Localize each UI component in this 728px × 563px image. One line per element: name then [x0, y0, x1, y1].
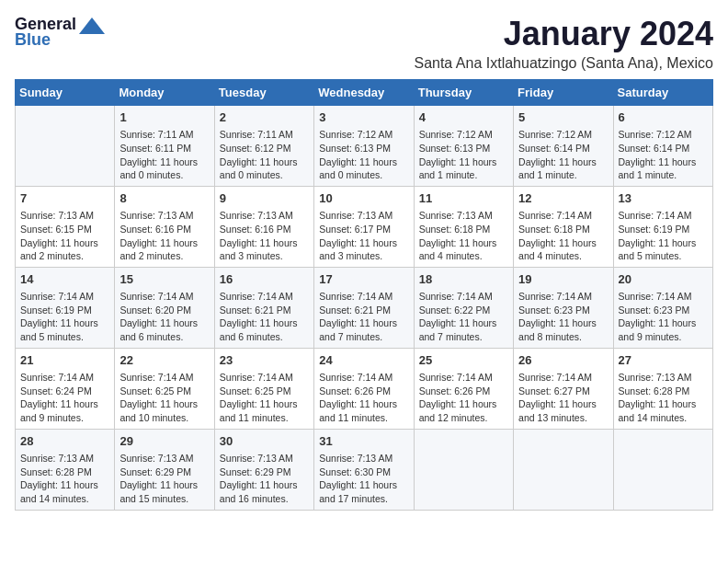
day-number: 29	[119, 433, 209, 450]
day-number: 14	[20, 271, 109, 288]
day-number: 4	[419, 109, 508, 126]
calendar-cell: 23Sunrise: 7:14 AM Sunset: 6:25 PM Dayli…	[214, 348, 313, 429]
day-info: Sunrise: 7:11 AM Sunset: 6:12 PM Dayligh…	[220, 128, 309, 182]
col-header-sunday: Sunday	[16, 80, 115, 106]
calendar-cell: 4Sunrise: 7:12 AM Sunset: 6:13 PM Daylig…	[414, 106, 513, 187]
day-number: 5	[518, 109, 608, 126]
calendar-cell: 28Sunrise: 7:13 AM Sunset: 6:28 PM Dayli…	[16, 429, 115, 510]
day-info: Sunrise: 7:12 AM Sunset: 6:13 PM Dayligh…	[419, 128, 508, 182]
day-info: Sunrise: 7:13 AM Sunset: 6:28 PM Dayligh…	[619, 371, 708, 425]
calendar-cell: 15Sunrise: 7:14 AM Sunset: 6:20 PM Dayli…	[115, 267, 214, 348]
day-info: Sunrise: 7:14 AM Sunset: 6:21 PM Dayligh…	[319, 290, 408, 344]
day-number: 2	[220, 109, 309, 126]
day-info: Sunrise: 7:14 AM Sunset: 6:19 PM Dayligh…	[20, 290, 109, 344]
calendar-cell: 2Sunrise: 7:11 AM Sunset: 6:12 PM Daylig…	[214, 106, 313, 187]
day-info: Sunrise: 7:14 AM Sunset: 6:25 PM Dayligh…	[119, 371, 209, 425]
day-info: Sunrise: 7:14 AM Sunset: 6:26 PM Dayligh…	[319, 371, 408, 425]
calendar-cell: 22Sunrise: 7:14 AM Sunset: 6:25 PM Dayli…	[115, 348, 214, 429]
day-number: 19	[518, 271, 608, 288]
subtitle: Santa Ana Ixtlahuatzingo (Santa Ana), Me…	[414, 55, 713, 72]
day-number: 11	[419, 190, 508, 207]
calendar-cell: 13Sunrise: 7:14 AM Sunset: 6:19 PM Dayli…	[613, 186, 712, 267]
day-number: 25	[419, 352, 508, 369]
calendar-cell: 1Sunrise: 7:11 AM Sunset: 6:11 PM Daylig…	[115, 106, 214, 187]
calendar-cell: 5Sunrise: 7:12 AM Sunset: 6:14 PM Daylig…	[514, 106, 613, 187]
calendar-table: SundayMondayTuesdayWednesdayThursdayFrid…	[15, 79, 713, 511]
calendar-week-row: 14Sunrise: 7:14 AM Sunset: 6:19 PM Dayli…	[16, 267, 713, 348]
day-info: Sunrise: 7:12 AM Sunset: 6:14 PM Dayligh…	[518, 128, 608, 182]
day-number: 18	[419, 271, 508, 288]
calendar-cell: 10Sunrise: 7:13 AM Sunset: 6:17 PM Dayli…	[314, 186, 414, 267]
day-info: Sunrise: 7:12 AM Sunset: 6:13 PM Dayligh…	[319, 128, 408, 182]
day-number: 1	[119, 109, 209, 126]
calendar-cell	[414, 429, 513, 510]
day-info: Sunrise: 7:13 AM Sunset: 6:29 PM Dayligh…	[220, 452, 309, 506]
day-number: 22	[119, 352, 209, 369]
calendar-cell: 9Sunrise: 7:13 AM Sunset: 6:16 PM Daylig…	[214, 186, 313, 267]
day-number: 28	[20, 433, 109, 450]
day-number: 27	[619, 352, 708, 369]
day-number: 15	[119, 271, 209, 288]
calendar-cell: 21Sunrise: 7:14 AM Sunset: 6:24 PM Dayli…	[16, 348, 115, 429]
title-area: January 2024 Santa Ana Ixtlahuatzingo (S…	[414, 15, 713, 72]
day-number: 17	[319, 271, 408, 288]
col-header-saturday: Saturday	[613, 80, 712, 106]
calendar-header-row: SundayMondayTuesdayWednesdayThursdayFrid…	[16, 80, 713, 106]
logo-area: General Blue	[15, 15, 105, 50]
day-info: Sunrise: 7:14 AM Sunset: 6:19 PM Dayligh…	[619, 209, 708, 263]
calendar-cell	[16, 106, 115, 187]
day-info: Sunrise: 7:14 AM Sunset: 6:24 PM Dayligh…	[20, 371, 109, 425]
day-info: Sunrise: 7:14 AM Sunset: 6:25 PM Dayligh…	[220, 371, 309, 425]
col-header-thursday: Thursday	[414, 80, 513, 106]
day-info: Sunrise: 7:13 AM Sunset: 6:29 PM Dayligh…	[119, 452, 209, 506]
day-number: 24	[319, 352, 408, 369]
calendar-cell: 30Sunrise: 7:13 AM Sunset: 6:29 PM Dayli…	[214, 429, 313, 510]
day-number: 20	[619, 271, 708, 288]
day-info: Sunrise: 7:14 AM Sunset: 6:26 PM Dayligh…	[419, 371, 508, 425]
calendar-cell: 27Sunrise: 7:13 AM Sunset: 6:28 PM Dayli…	[613, 348, 712, 429]
day-number: 31	[319, 433, 408, 450]
day-info: Sunrise: 7:12 AM Sunset: 6:14 PM Dayligh…	[619, 128, 708, 182]
main-title: January 2024	[414, 15, 713, 53]
calendar-cell: 6Sunrise: 7:12 AM Sunset: 6:14 PM Daylig…	[613, 106, 712, 187]
col-header-tuesday: Tuesday	[214, 80, 313, 106]
day-info: Sunrise: 7:13 AM Sunset: 6:15 PM Dayligh…	[20, 209, 109, 263]
day-number: 12	[518, 190, 608, 207]
calendar-cell: 26Sunrise: 7:14 AM Sunset: 6:27 PM Dayli…	[514, 348, 613, 429]
day-info: Sunrise: 7:14 AM Sunset: 6:27 PM Dayligh…	[518, 371, 608, 425]
calendar-cell: 19Sunrise: 7:14 AM Sunset: 6:23 PM Dayli…	[514, 267, 613, 348]
calendar-cell: 17Sunrise: 7:14 AM Sunset: 6:21 PM Dayli…	[314, 267, 414, 348]
day-info: Sunrise: 7:14 AM Sunset: 6:23 PM Dayligh…	[518, 290, 608, 344]
day-info: Sunrise: 7:13 AM Sunset: 6:17 PM Dayligh…	[319, 209, 408, 263]
day-number: 6	[619, 109, 708, 126]
header: General Blue January 2024 Santa Ana Ixtl…	[15, 15, 713, 72]
day-info: Sunrise: 7:14 AM Sunset: 6:22 PM Dayligh…	[419, 290, 508, 344]
day-number: 26	[518, 352, 608, 369]
calendar-cell: 18Sunrise: 7:14 AM Sunset: 6:22 PM Dayli…	[414, 267, 513, 348]
col-header-friday: Friday	[514, 80, 613, 106]
day-number: 21	[20, 352, 109, 369]
calendar-cell: 25Sunrise: 7:14 AM Sunset: 6:26 PM Dayli…	[414, 348, 513, 429]
day-number: 30	[220, 433, 309, 450]
day-number: 10	[319, 190, 408, 207]
calendar-week-row: 21Sunrise: 7:14 AM Sunset: 6:24 PM Dayli…	[16, 348, 713, 429]
day-number: 8	[119, 190, 209, 207]
logo-icon	[79, 17, 105, 34]
calendar-cell: 29Sunrise: 7:13 AM Sunset: 6:29 PM Dayli…	[115, 429, 214, 510]
svg-marker-0	[79, 17, 105, 34]
day-number: 16	[220, 271, 309, 288]
calendar-cell	[613, 429, 712, 510]
day-number: 7	[20, 190, 109, 207]
day-info: Sunrise: 7:13 AM Sunset: 6:28 PM Dayligh…	[20, 452, 109, 506]
day-number: 9	[220, 190, 309, 207]
calendar-week-row: 7Sunrise: 7:13 AM Sunset: 6:15 PM Daylig…	[16, 186, 713, 267]
day-info: Sunrise: 7:14 AM Sunset: 6:21 PM Dayligh…	[220, 290, 309, 344]
calendar-week-row: 28Sunrise: 7:13 AM Sunset: 6:28 PM Dayli…	[16, 429, 713, 510]
col-header-monday: Monday	[115, 80, 214, 106]
day-info: Sunrise: 7:14 AM Sunset: 6:20 PM Dayligh…	[119, 290, 209, 344]
day-number: 23	[220, 352, 309, 369]
calendar-cell: 14Sunrise: 7:14 AM Sunset: 6:19 PM Dayli…	[16, 267, 115, 348]
calendar-cell: 16Sunrise: 7:14 AM Sunset: 6:21 PM Dayli…	[214, 267, 313, 348]
logo-blue: Blue	[15, 30, 51, 50]
calendar-week-row: 1Sunrise: 7:11 AM Sunset: 6:11 PM Daylig…	[16, 106, 713, 187]
